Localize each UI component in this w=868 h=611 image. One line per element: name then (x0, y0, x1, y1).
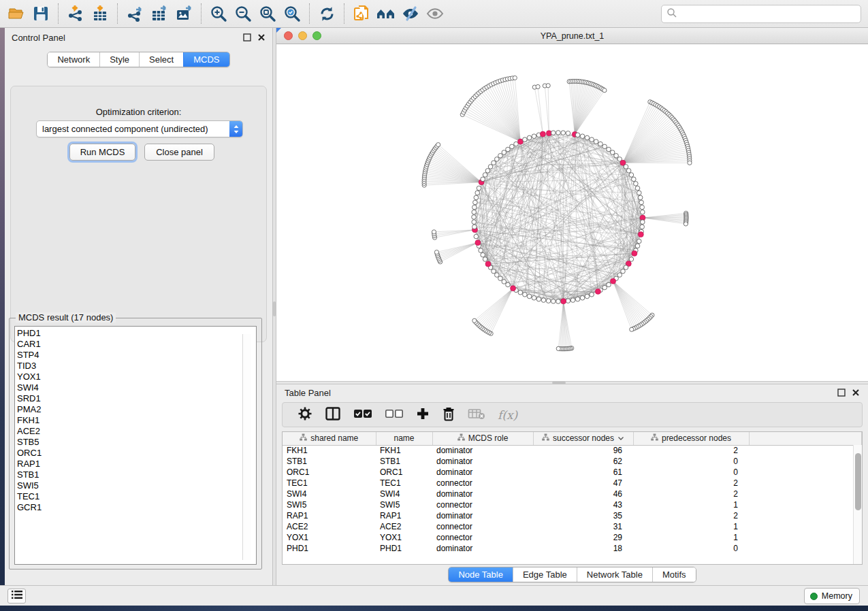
cell-mcds_role[interactable]: dominator (432, 489, 533, 499)
ring-node[interactable] (640, 210, 645, 214)
ring-node[interactable] (566, 131, 570, 136)
cell-mcds_role[interactable]: dominator (432, 456, 533, 467)
cell-name[interactable]: RAP1 (376, 510, 432, 521)
ring-node[interactable] (638, 195, 643, 200)
ring-node[interactable] (495, 157, 500, 162)
cell-name[interactable]: SWI4 (376, 489, 432, 499)
ring-node[interactable] (632, 177, 637, 182)
ring-node[interactable] (607, 147, 611, 152)
cell-successor[interactable]: 35 (533, 510, 633, 521)
ring-node[interactable] (621, 269, 626, 274)
network-canvas[interactable] (276, 44, 868, 380)
mcds-result-item[interactable]: STB5 (17, 437, 256, 448)
table-row[interactable]: SWI5SWI5connector431 (283, 499, 862, 510)
table-scrollbar-thumb[interactable] (855, 453, 861, 510)
mcds-result-item[interactable]: STP4 (17, 350, 256, 361)
ring-node[interactable] (640, 220, 645, 225)
zoom-fit-button[interactable] (255, 2, 280, 25)
table-row[interactable]: PHD1PHD1dominator180 (283, 543, 862, 554)
ring-node[interactable] (637, 191, 641, 195)
cell-predecessor[interactable]: 2 (633, 489, 749, 499)
ring-node[interactable] (639, 200, 644, 205)
leaf-node[interactable] (630, 327, 634, 331)
zoom-in-button[interactable] (206, 2, 231, 25)
ring-node[interactable] (472, 210, 477, 214)
ring-node[interactable] (556, 131, 561, 135)
cell-successor[interactable]: 96 (533, 445, 633, 456)
cell-name[interactable]: ORC1 (376, 467, 432, 478)
cell-successor[interactable]: 31 (533, 521, 633, 532)
function-builder-button[interactable]: f(x) (498, 408, 517, 422)
leaf-node[interactable] (513, 76, 517, 80)
ring-node[interactable] (532, 295, 536, 300)
ring-node[interactable] (514, 142, 519, 146)
ring-node[interactable] (570, 298, 575, 303)
ring-node[interactable] (541, 298, 546, 303)
cell-shared_name[interactable]: RAP1 (283, 510, 376, 521)
cell-shared_name[interactable]: YOX1 (283, 532, 376, 543)
ring-node[interactable] (472, 225, 477, 229)
ring-node[interactable] (506, 147, 511, 152)
cell-predecessor[interactable]: 1 (633, 521, 749, 532)
ring-node[interactable] (556, 299, 561, 304)
cell-successor[interactable]: 43 (533, 499, 633, 510)
ring-node[interactable] (617, 273, 622, 278)
mcds-result-item[interactable]: ORC1 (17, 448, 256, 459)
run-mcds-button[interactable]: Run MCDS (69, 144, 135, 161)
leaf-node[interactable] (556, 346, 560, 350)
dominator-node[interactable] (511, 286, 516, 291)
ring-node[interactable] (472, 205, 477, 210)
ring-node[interactable] (527, 294, 532, 299)
cell-mcds_role[interactable]: connector (432, 521, 533, 532)
ring-node[interactable] (602, 285, 607, 290)
close-panel-icon[interactable] (257, 33, 266, 42)
memory-button[interactable]: Memory (804, 588, 860, 604)
cell-shared_name[interactable]: FKH1 (283, 445, 376, 456)
cell-predecessor[interactable]: 2 (633, 478, 749, 489)
ring-node[interactable] (472, 215, 477, 220)
table-row[interactable]: TEC1TEC1connector472 (283, 478, 862, 489)
tab-style[interactable]: Style (99, 52, 139, 67)
cell-successor[interactable]: 46 (533, 489, 633, 499)
ring-node[interactable] (590, 137, 594, 142)
tab-motifs[interactable]: Motifs (652, 567, 696, 582)
table-row[interactable]: ORC1ORC1dominator610 (283, 467, 862, 478)
cell-successor[interactable]: 18 (533, 543, 633, 554)
tab-network-table[interactable]: Network Table (577, 567, 652, 582)
ring-node[interactable] (479, 248, 483, 253)
ring-node[interactable] (634, 182, 639, 186)
table-row[interactable]: RAP1RAP1dominator352 (283, 510, 862, 521)
cell-shared_name[interactable]: STB1 (283, 456, 376, 467)
close-panel-button[interactable]: Close panel (144, 144, 214, 161)
ring-node[interactable] (474, 234, 479, 239)
first-neighbors-button[interactable] (374, 2, 398, 25)
cell-mcds_role[interactable]: dominator (432, 510, 533, 521)
ring-node[interactable] (498, 154, 503, 159)
mcds-result-item[interactable]: YOX1 (17, 371, 256, 382)
cell-shared_name[interactable]: ORC1 (283, 467, 376, 478)
cell-mcds_role[interactable]: dominator (432, 467, 533, 478)
ring-node[interactable] (485, 169, 490, 174)
task-history-button[interactable] (7, 589, 26, 604)
ring-node[interactable] (629, 173, 634, 178)
table-scrollbar[interactable] (853, 445, 862, 564)
ring-node[interactable] (483, 257, 487, 262)
refresh-layout-button[interactable] (315, 2, 339, 25)
ring-node[interactable] (551, 299, 556, 303)
node-table[interactable]: shared namenameMCDS rolesuccessor nodesp… (282, 431, 863, 565)
ring-node[interactable] (640, 225, 645, 229)
close-panel-icon[interactable] (852, 389, 860, 397)
ring-node[interactable] (602, 144, 607, 149)
ring-node[interactable] (635, 186, 640, 191)
cell-predecessor[interactable]: 2 (633, 445, 749, 456)
export-table-button[interactable] (147, 2, 172, 25)
create-column-button[interactable] (416, 407, 430, 423)
cell-shared_name[interactable]: TEC1 (283, 478, 376, 489)
leaf-node[interactable] (432, 230, 436, 234)
select-all-columns-button[interactable] (353, 408, 372, 422)
ring-node[interactable] (483, 173, 487, 178)
ring-node[interactable] (607, 282, 611, 287)
ring-node[interactable] (598, 142, 603, 146)
leaf-node[interactable] (436, 143, 440, 147)
ring-node[interactable] (637, 239, 641, 244)
